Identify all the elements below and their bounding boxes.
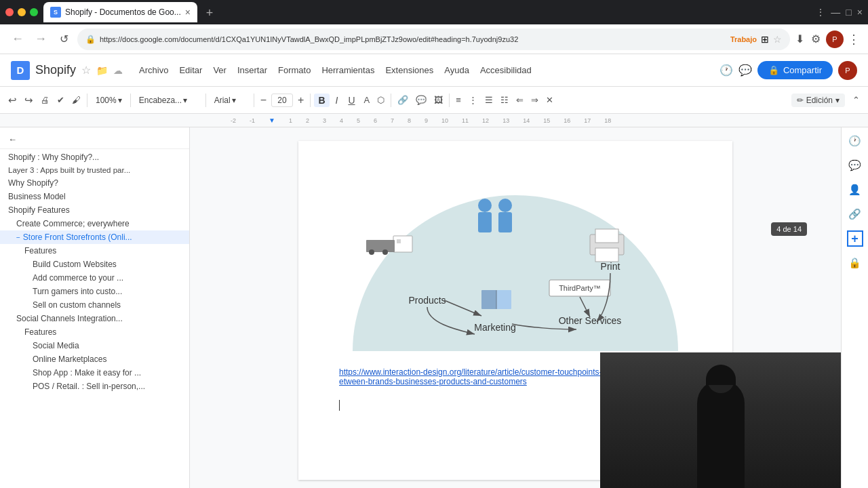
url-bar[interactable]: 🔒 https://docs.google.com/document/d/1CX…: [77, 28, 790, 50]
download-icon[interactable]: ⬇: [795, 33, 804, 45]
print-button[interactable]: 🖨: [38, 94, 52, 106]
doc-title[interactable]: Shopify: [35, 63, 76, 77]
sidebar-item-layer3[interactable]: Layer 3 : Apps built by trusted par...: [0, 164, 189, 176]
paint-format-button[interactable]: 🖌: [69, 94, 83, 106]
new-tab-button[interactable]: +: [200, 3, 219, 22]
doc-cloud-icon[interactable]: ☁: [113, 65, 123, 76]
sidebar-item-storefront[interactable]: − Store Front Storefronts (Onli...: [0, 230, 189, 244]
menu-accesibilidad[interactable]: Accesibilidad: [475, 62, 537, 78]
editing-chevron: ▾: [835, 96, 840, 105]
history-icon[interactable]: 🕐: [719, 64, 733, 77]
menu-ver[interactable]: Ver: [208, 62, 232, 78]
list-button[interactable]: ⋮: [466, 94, 480, 106]
spellcheck-button[interactable]: ✔: [54, 94, 67, 106]
font-select[interactable]: Arial ▾: [210, 94, 250, 107]
svg-point-7: [478, 199, 492, 212]
sidebar-item-features3[interactable]: Features: [0, 325, 189, 339]
sidebar-item-social-int[interactable]: Social Channels Integration...: [0, 312, 189, 325]
sidebar-item-add-commerce[interactable]: Add commerce to your ...: [0, 271, 189, 285]
link-panel-icon[interactable]: 🔗: [847, 206, 863, 222]
sidebar-item-online-market[interactable]: Online Marketplaces: [0, 352, 189, 366]
history-panel-icon[interactable]: 🕐: [847, 133, 863, 149]
underline-button[interactable]: U: [344, 94, 359, 107]
font-size-input[interactable]: 20: [271, 94, 293, 107]
sidebar-item-why-shopify[interactable]: Why Shopify?: [0, 176, 189, 190]
sidebar-item-features[interactable]: Shopify Features: [0, 203, 189, 217]
zoom-select[interactable]: 100% ▾: [91, 94, 127, 107]
address-bar: ← → ↺ 🔒 https://docs.google.com/document…: [0, 24, 868, 54]
forward-button[interactable]: →: [31, 30, 50, 49]
back-button[interactable]: ←: [8, 30, 27, 49]
minimize-icon[interactable]: —: [831, 7, 840, 18]
comment-button[interactable]: 💬: [413, 94, 429, 106]
url-text: https://docs.google.com/document/d/1CXQa…: [100, 35, 724, 43]
highlight-button[interactable]: ⬡: [374, 94, 387, 106]
doc-star-icon[interactable]: ☆: [81, 64, 91, 77]
menu-archivo[interactable]: Archivo: [134, 62, 174, 78]
sidebar-item-business[interactable]: Business Model: [0, 190, 189, 203]
menu-formato[interactable]: Formato: [273, 62, 316, 78]
italic-button[interactable]: I: [332, 94, 342, 107]
comment-panel-icon[interactable]: 💬: [847, 157, 863, 174]
share-button[interactable]: 🔒 Compartir: [757, 61, 833, 79]
redo-button[interactable]: ↪: [22, 93, 36, 108]
pencil-icon: ✏: [797, 96, 804, 105]
window-menu-icon[interactable]: ⋮: [816, 7, 825, 18]
svg-point-6: [382, 249, 388, 255]
menu-insertar[interactable]: Insertar: [232, 62, 273, 78]
tab-bar: S Shopify - Documentos de Goo... × +: [43, 2, 810, 22]
indent-inc-button[interactable]: ⇒: [528, 94, 541, 106]
sidebar-item-sell-channels[interactable]: Sell on custom channels: [0, 298, 189, 312]
font-size-decrease-button[interactable]: −: [258, 93, 269, 108]
extensions-icon[interactable]: ⚙: [811, 33, 821, 45]
sidebar-item-features2[interactable]: Features: [0, 244, 189, 258]
undo-button[interactable]: ↩: [5, 93, 20, 108]
bullet-button[interactable]: ☰: [482, 94, 496, 106]
reload-button[interactable]: ↺: [54, 30, 73, 49]
star-icon[interactable]: ☆: [773, 34, 782, 45]
text-color-button[interactable]: A: [361, 94, 373, 106]
heading-value: Encabeza...: [139, 96, 182, 105]
doc-header: D Shopify ☆ 📁 ☁ Archivo Editar Ver Inser…: [0, 54, 868, 87]
doc-folder-icon[interactable]: 📁: [96, 65, 108, 76]
lock-panel-icon[interactable]: 🔒: [847, 255, 863, 271]
sidebar-item-shop-app[interactable]: Shop App : Make it easy for ...: [0, 366, 189, 380]
chevron-up-icon[interactable]: ⌃: [850, 94, 863, 106]
sidebar-item-social-media[interactable]: Social Media: [0, 339, 189, 352]
svg-rect-8: [478, 212, 492, 232]
sidebar-item-build[interactable]: Build Custom Websites: [0, 258, 189, 271]
font-size-increase-button[interactable]: +: [295, 93, 307, 108]
sidebar-item-turn-gamers[interactable]: Turn gamers into custo...: [0, 285, 189, 298]
sidebar-item-pos[interactable]: POS / Retail. : Sell in-person,...: [0, 380, 189, 393]
more-icon[interactable]: ⋮: [848, 32, 860, 47]
video-content: [600, 352, 841, 488]
comment-icon[interactable]: 💬: [738, 64, 752, 77]
people-panel-icon[interactable]: 👤: [847, 182, 863, 198]
clear-format-button[interactable]: ✕: [543, 94, 556, 106]
maximize-icon[interactable]: □: [846, 7, 851, 18]
menu-editar[interactable]: Editar: [174, 62, 208, 78]
close-window-icon[interactable]: ×: [857, 7, 863, 18]
menu-herramientas[interactable]: Herramientas: [316, 62, 380, 78]
sidebar-back[interactable]: ←: [0, 130, 189, 149]
add-panel-button[interactable]: +: [847, 230, 863, 247]
image-button[interactable]: 🖼: [431, 94, 446, 106]
user-avatar[interactable]: P: [838, 61, 857, 80]
tab-title: Shopify - Documentos de Goo...: [65, 7, 181, 17]
bold-button[interactable]: B: [314, 94, 329, 107]
menu-ayuda[interactable]: Ayuda: [439, 62, 475, 78]
active-tab[interactable]: S Shopify - Documentos de Goo... ×: [43, 2, 197, 22]
editing-mode-button[interactable]: ✏ Edición ▾: [791, 94, 845, 107]
tab-close-icon[interactable]: ×: [185, 7, 191, 18]
numbered-button[interactable]: ☷: [498, 94, 511, 106]
align-button[interactable]: ≡: [453, 94, 464, 106]
indent-dec-button[interactable]: ⇐: [513, 94, 526, 106]
text-cursor: [339, 400, 340, 411]
heading-select[interactable]: Encabeza... ▾: [134, 94, 202, 107]
editing-label: Edición: [806, 96, 833, 105]
sidebar-item-shopify[interactable]: Shopify : Why Shopify?...: [0, 150, 189, 164]
sidebar-item-create[interactable]: Create Commerce; everywhere: [0, 217, 189, 230]
menu-extensiones[interactable]: Extensiones: [380, 62, 439, 78]
profile-icon[interactable]: P: [826, 30, 844, 48]
link-button[interactable]: 🔗: [395, 94, 411, 106]
